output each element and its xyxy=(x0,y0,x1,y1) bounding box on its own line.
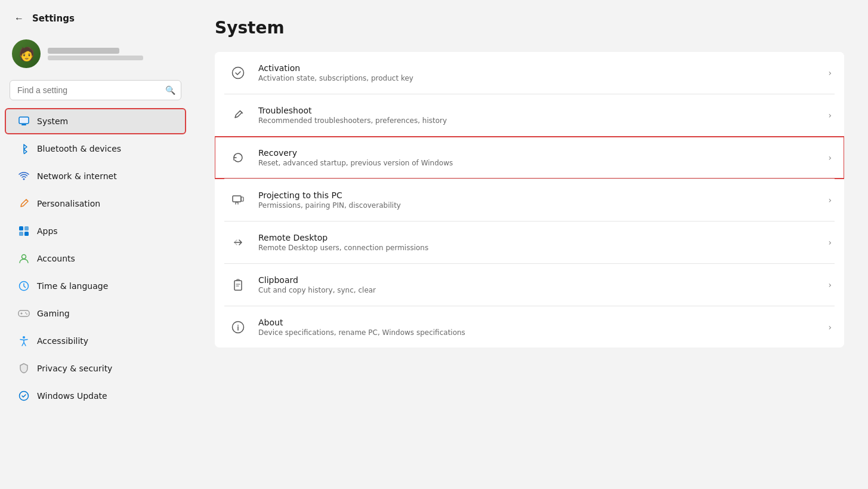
about-title: About xyxy=(258,318,818,327)
clipboard-subtitle: Cut and copy history, sync, clear xyxy=(258,286,818,294)
projecting-title: Projecting to this PC xyxy=(258,190,818,200)
recovery-chevron: › xyxy=(828,153,832,162)
sidebar-item-bluetooth-label: Bluetooth & devices xyxy=(37,144,121,153)
nav-items: System Bluetooth & devices Network & int… xyxy=(0,107,191,489)
about-text: About Device specifications, rename PC, … xyxy=(258,318,818,337)
settings-item-clipboard[interactable]: Clipboard Cut and copy history, sync, cl… xyxy=(215,264,844,306)
shield-icon xyxy=(18,362,30,374)
user-name-bar xyxy=(48,48,119,54)
clipboard-chevron: › xyxy=(828,280,832,290)
accounts-icon xyxy=(18,253,30,265)
page-title: System xyxy=(215,18,844,38)
clipboard-text: Clipboard Cut and copy history, sync, cl… xyxy=(258,275,818,294)
settings-item-projecting[interactable]: Projecting to this PC Permissions, pairi… xyxy=(215,179,844,221)
sidebar-header: ← Settings xyxy=(0,0,191,32)
activation-subtitle: Activation state, subscriptions, product… xyxy=(258,74,818,82)
remote-desktop-subtitle: Remote Desktop users, connection permiss… xyxy=(258,244,818,252)
update-icon xyxy=(18,390,30,402)
troubleshoot-subtitle: Recommended troubleshooters, preferences… xyxy=(258,116,818,125)
svg-rect-17 xyxy=(234,281,242,290)
svg-point-2 xyxy=(23,179,25,180)
activation-text: Activation Activation state, subscriptio… xyxy=(258,63,818,82)
svg-point-14 xyxy=(233,67,244,79)
settings-item-troubleshoot[interactable]: Troubleshoot Recommended troubleshooters… xyxy=(215,94,844,136)
search-input[interactable] xyxy=(10,80,181,100)
back-button[interactable]: ← xyxy=(12,11,26,26)
sidebar-item-accounts[interactable]: Accounts xyxy=(5,245,186,272)
time-icon xyxy=(18,280,30,292)
settings-item-recovery[interactable]: Recovery Reset, advanced startup, previo… xyxy=(215,136,844,179)
svg-rect-9 xyxy=(18,310,29,316)
troubleshoot-icon xyxy=(227,104,249,126)
sidebar-item-system[interactable]: System xyxy=(5,108,186,134)
sidebar: ← Settings 🧑 🔍 System Bluetooth & device… xyxy=(0,0,191,489)
sidebar-item-accessibility[interactable]: Accessibility xyxy=(5,328,186,354)
remote-desktop-icon xyxy=(227,232,249,253)
remote-desktop-chevron: › xyxy=(828,238,832,247)
avatar: 🧑 xyxy=(12,39,41,68)
bluetooth-icon xyxy=(18,143,30,155)
svg-rect-3 xyxy=(19,226,23,230)
settings-item-about[interactable]: About Device specifications, rename PC, … xyxy=(215,306,844,347)
personalisation-icon xyxy=(18,198,30,210)
svg-rect-6 xyxy=(24,232,29,236)
about-chevron: › xyxy=(828,322,832,332)
svg-rect-5 xyxy=(19,232,23,236)
sidebar-item-gaming[interactable]: Gaming xyxy=(5,300,186,327)
network-icon xyxy=(18,170,30,182)
svg-point-10 xyxy=(25,312,26,313)
sidebar-item-personalisation-label: Personalisation xyxy=(37,199,100,208)
svg-rect-15 xyxy=(233,196,241,202)
sidebar-item-network-label: Network & internet xyxy=(37,171,117,181)
sidebar-item-personalisation[interactable]: Personalisation xyxy=(5,190,186,217)
sidebar-item-apps-label: Apps xyxy=(37,226,58,236)
remote-desktop-title: Remote Desktop xyxy=(258,233,818,242)
sidebar-item-privacy[interactable]: Privacy & security xyxy=(5,355,186,382)
sidebar-item-gaming-label: Gaming xyxy=(37,309,70,318)
about-icon xyxy=(227,316,249,338)
accessibility-icon xyxy=(18,335,30,347)
recovery-subtitle: Reset, advanced startup, previous versio… xyxy=(258,159,818,167)
svg-rect-0 xyxy=(19,117,29,124)
sidebar-item-time[interactable]: Time & language xyxy=(5,273,186,299)
apps-icon xyxy=(18,225,30,237)
svg-point-12 xyxy=(23,336,25,339)
user-email-bar xyxy=(48,56,143,60)
sidebar-item-accounts-label: Accounts xyxy=(37,254,75,263)
clipboard-icon xyxy=(227,274,249,296)
activation-chevron: › xyxy=(828,68,832,78)
projecting-text: Projecting to this PC Permissions, pairi… xyxy=(258,190,818,210)
settings-title: Settings xyxy=(32,13,75,24)
svg-point-11 xyxy=(26,313,27,315)
sidebar-item-bluetooth[interactable]: Bluetooth & devices xyxy=(5,136,186,162)
search-icon: 🔍 xyxy=(165,85,175,95)
settings-list: Activation Activation state, subscriptio… xyxy=(215,52,844,347)
activation-title: Activation xyxy=(258,63,818,73)
settings-item-remote-desktop[interactable]: Remote Desktop Remote Desktop users, con… xyxy=(215,222,844,263)
troubleshoot-text: Troubleshoot Recommended troubleshooters… xyxy=(258,106,818,125)
recovery-icon xyxy=(227,147,249,168)
user-info xyxy=(48,48,143,60)
search-box: 🔍 xyxy=(10,80,181,100)
sidebar-item-network[interactable]: Network & internet xyxy=(5,163,186,189)
troubleshoot-title: Troubleshoot xyxy=(258,106,818,115)
svg-point-7 xyxy=(22,255,26,259)
sidebar-item-privacy-label: Privacy & security xyxy=(37,364,112,373)
svg-rect-1 xyxy=(21,124,26,125)
main-content: System Activation Activation state, subs… xyxy=(191,0,868,489)
user-profile: 🧑 xyxy=(0,32,191,78)
projecting-chevron: › xyxy=(828,195,832,205)
sidebar-item-system-label: System xyxy=(37,116,68,126)
recovery-title: Recovery xyxy=(258,148,818,158)
remote-desktop-text: Remote Desktop Remote Desktop users, con… xyxy=(258,233,818,252)
system-icon xyxy=(18,115,30,127)
gaming-icon xyxy=(18,307,30,319)
settings-item-activation[interactable]: Activation Activation state, subscriptio… xyxy=(215,52,844,94)
svg-rect-4 xyxy=(24,226,29,230)
troubleshoot-chevron: › xyxy=(828,110,832,120)
sidebar-item-update[interactable]: Windows Update xyxy=(5,383,186,409)
activation-icon xyxy=(227,62,249,84)
sidebar-item-apps[interactable]: Apps xyxy=(5,218,186,244)
projecting-subtitle: Permissions, pairing PIN, discoverabilit… xyxy=(258,201,818,210)
about-subtitle: Device specifications, rename PC, Window… xyxy=(258,328,818,337)
